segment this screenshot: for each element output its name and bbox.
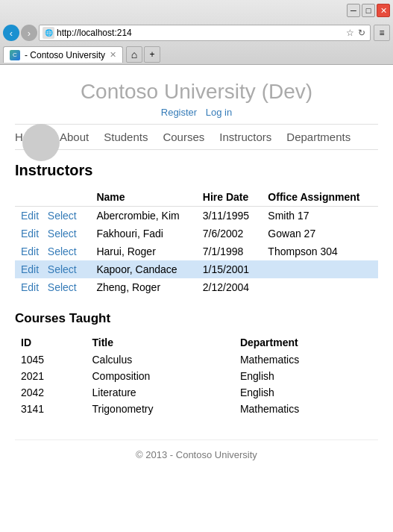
instructors-table: Name Hire Date Office Assignment Edit Se… (15, 188, 378, 296)
table-row: Edit Select Abercrombie, Kim 3/11/1995 S… (15, 207, 378, 225)
col-course-title: Title (87, 334, 234, 351)
active-tab[interactable]: C - Contoso University ✕ (3, 46, 123, 63)
edit-link-2[interactable]: Edit (21, 245, 39, 257)
instructor-name: Kapoor, Candace (90, 260, 196, 278)
nav-link-departments[interactable]: Departments (286, 131, 350, 143)
instructor-name: Abercrombie, Kim (90, 207, 196, 225)
back-icon: ‹ (10, 28, 13, 39)
avatar (22, 124, 60, 161)
nav-link-about[interactable]: About (60, 131, 89, 143)
table-row: 2042 Literature English (15, 384, 378, 401)
select-link-4[interactable]: Select (48, 281, 77, 293)
select-link-0[interactable]: Select (48, 210, 77, 222)
instructor-office: Gowan 27 (262, 225, 378, 242)
maximize-button[interactable]: □ (362, 4, 375, 17)
table-row: Edit Select Fakhouri, Fadi 7/6/2002 Gowa… (15, 225, 378, 242)
table-row: Edit Select Harui, Roger 7/1/1998 Thomps… (15, 242, 378, 260)
instructor-office: Smith 17 (262, 207, 378, 225)
edit-link-4[interactable]: Edit (21, 281, 39, 293)
instructor-office (262, 260, 378, 278)
footer: © 2013 - Contoso University (15, 439, 378, 460)
close-button[interactable]: ✕ (377, 4, 390, 17)
register-link[interactable]: Register (161, 107, 197, 118)
instructor-office: Thompson 304 (262, 242, 378, 260)
course-title: Calculus (87, 351, 234, 368)
star-button[interactable]: ☆ (345, 28, 356, 38)
site-nav: HomeAboutStudentsCoursesInstructorsDepar… (15, 124, 378, 150)
refresh-button[interactable]: ↻ (356, 28, 367, 38)
home-button[interactable]: ⌂ (126, 46, 142, 63)
edit-link-1[interactable]: Edit (21, 228, 39, 240)
col-hire-date: Hire Date (197, 188, 262, 207)
course-dept: English (234, 384, 378, 401)
nav-link-instructors[interactable]: Instructors (219, 131, 271, 143)
courses-table: ID Title Department 1045 Calculus Mathem… (15, 334, 378, 417)
course-dept: English (234, 368, 378, 384)
col-actions (15, 188, 90, 207)
col-course-dept: Department (234, 334, 378, 351)
courses-section: Courses Taught ID Title Department 1045 … (15, 311, 378, 417)
nav-link-courses[interactable]: Courses (163, 131, 204, 143)
course-id: 1045 (15, 351, 87, 368)
table-row: 3141 Trigonometry Mathematics (15, 401, 378, 417)
tab-title: - Contoso University (25, 50, 105, 60)
courses-heading: Courses Taught (15, 311, 378, 326)
select-link-2[interactable]: Select (48, 245, 77, 257)
select-link-1[interactable]: Select (48, 228, 77, 240)
course-id: 2021 (15, 368, 87, 384)
instructors-heading: Instructors (15, 162, 378, 179)
settings-button[interactable]: ≡ (374, 25, 390, 41)
site-title: Contoso University (Dev) (15, 80, 378, 104)
instructor-name: Harui, Roger (90, 242, 196, 260)
instructor-hire-date: 2/12/2004 (197, 278, 262, 296)
minimize-button[interactable]: ─ (347, 4, 360, 17)
instructor-hire-date: 3/11/1995 (197, 207, 262, 225)
nav-link-students[interactable]: Students (104, 131, 148, 143)
course-title: Literature (87, 384, 234, 401)
footer-text: © 2013 - Contoso University (136, 449, 257, 460)
edit-link-3[interactable]: Edit (21, 263, 39, 275)
course-id: 3141 (15, 401, 87, 417)
new-tab-button[interactable]: + (144, 46, 160, 63)
course-dept: Mathematics (234, 351, 378, 368)
course-dept: Mathematics (234, 401, 378, 417)
course-title: Trigonometry (87, 401, 234, 417)
address-input[interactable] (57, 28, 345, 38)
col-office: Office Assignment (262, 188, 378, 207)
table-row: Edit Select Kapoor, Candace 1/15/2001 (15, 260, 378, 278)
table-row: 1045 Calculus Mathematics (15, 351, 378, 368)
forward-button[interactable]: › (21, 25, 37, 41)
forward-icon: › (28, 28, 31, 39)
course-title: Composition (87, 368, 234, 384)
instructor-office (262, 278, 378, 296)
page-icon: 🌐 (43, 27, 54, 39)
instructor-name: Zheng, Roger (90, 278, 196, 296)
back-button[interactable]: ‹ (3, 25, 19, 41)
auth-links: Register Log in (15, 107, 378, 118)
instructor-hire-date: 7/1/1998 (197, 242, 262, 260)
table-row: Edit Select Zheng, Roger 2/12/2004 (15, 278, 378, 296)
course-id: 2042 (15, 384, 87, 401)
instructor-name: Fakhouri, Fadi (90, 225, 196, 242)
col-name: Name (90, 188, 196, 207)
select-link-3[interactable]: Select (48, 263, 77, 275)
col-course-id: ID (15, 334, 87, 351)
table-row: 2021 Composition English (15, 368, 378, 384)
login-link[interactable]: Log in (206, 107, 232, 118)
edit-link-0[interactable]: Edit (21, 210, 39, 222)
tab-icon: C (10, 50, 20, 60)
address-bar: 🌐 ☆ ↻ (39, 25, 371, 41)
tab-close-button[interactable]: ✕ (110, 50, 116, 60)
instructor-hire-date: 7/6/2002 (197, 225, 262, 242)
instructor-hire-date: 1/15/2001 (197, 260, 262, 278)
